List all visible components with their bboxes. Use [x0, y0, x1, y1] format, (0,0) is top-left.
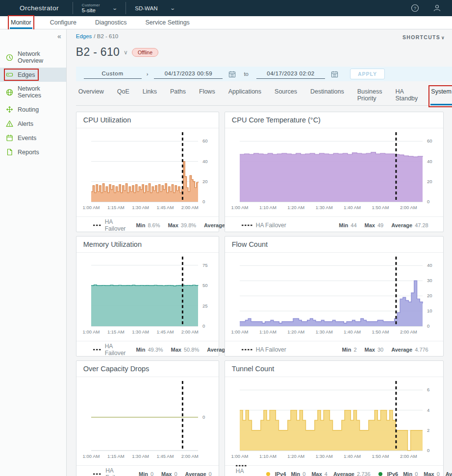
y-tick-label: 75: [202, 262, 208, 268]
apply-button[interactable]: APPLY: [350, 69, 385, 79]
y-tick-label: 60: [202, 138, 208, 143]
breadcrumb: Edges / B2 - 610: [76, 33, 452, 39]
y-tick-label: 0: [202, 323, 205, 329]
x-tick-label: 1:50 AM: [372, 205, 389, 210]
date-from-input[interactable]: 04/17/2023 00:59: [154, 69, 223, 79]
series-area: [240, 281, 423, 326]
tab-business-priority[interactable]: Business Priority: [357, 87, 383, 105]
x-tick-label: 2:00 AM: [400, 205, 417, 210]
events-icon: [6, 134, 13, 142]
tab-links[interactable]: Links: [142, 87, 157, 105]
tab-overview[interactable]: Overview: [78, 87, 104, 105]
y-tick-label: 60: [427, 138, 432, 143]
chevron-right-icon: ›: [147, 71, 149, 77]
chart-footer: HA FailoverMin0Max0Average0: [76, 465, 219, 476]
chart-card-cpu-core-temperature-c: CPU Core Temperature (°C)02040601:00 AM1…: [225, 112, 444, 232]
edge-picker-chevron-icon[interactable]: ∨: [124, 49, 128, 56]
x-tick-label: 1:30 AM: [315, 453, 332, 459]
y-tick-label: 25: [202, 303, 208, 309]
nav-item-configure[interactable]: Configure: [49, 17, 77, 29]
sidebar-collapse-icon[interactable]: «: [57, 32, 61, 40]
series-legend-ipv6: IPv6Min0Max0Average0: [378, 471, 452, 476]
primary-nav: Monitor Configure Diagnostics Service Se…: [0, 16, 452, 29]
breadcrumb-link-edges[interactable]: Edges: [76, 33, 92, 39]
y-tick-label: 50: [202, 283, 208, 288]
x-tick-label: 1:10 AM: [259, 205, 276, 210]
chart-card-cpu-utilization: CPU Utilization02040601:00 AM1:15 AM1:30…: [76, 112, 219, 232]
tab-flows[interactable]: Flows: [199, 87, 216, 105]
nav-item-diagnostics[interactable]: Diagnostics: [94, 17, 128, 29]
x-tick-label: 1:30 AM: [315, 205, 332, 210]
ha-failover-legend: HA Failover: [242, 222, 286, 229]
stat-max: Max4: [311, 471, 327, 476]
tab-sources[interactable]: Sources: [274, 87, 298, 105]
y-tick-label: 6: [427, 387, 429, 392]
chart-card-tunnel-count: Tunnel Count02461:00 AM1:10 AM1:20 AM1:3…: [225, 360, 444, 476]
chart-plot-svg: 02040601:00 AM1:10 AM1:20 AM1:30 AM1:40 …: [225, 128, 443, 214]
chart-plot-svg: 0102030401:00 AM1:10 AM1:20 AM1:30 AM1:4…: [225, 253, 443, 339]
range-mode-select[interactable]: Custom: [84, 69, 142, 79]
status-badge-offline: Offline: [132, 48, 158, 57]
chart-plot-svg: 02040601:00 AM1:15 AM1:30 AM1:45 AM2:00 …: [76, 128, 219, 214]
y-tick-label: 2: [427, 428, 429, 433]
date-to-input[interactable]: 04/17/2023 02:02: [256, 69, 325, 79]
sidebar-item-label: Edges: [18, 71, 35, 78]
network-services-icon: [6, 89, 13, 96]
nav-item-service-settings[interactable]: Service Settings: [145, 17, 191, 29]
sidebar-item-network-services[interactable]: Network Services: [0, 82, 66, 102]
tab-system[interactable]: System: [430, 87, 452, 105]
tab-ha-standby[interactable]: HA Standby: [395, 87, 418, 105]
x-tick-label: 2:00 AM: [181, 205, 199, 210]
sidebar-item-inner: Events: [6, 134, 38, 142]
user-icon[interactable]: [426, 0, 452, 16]
x-tick-label: 1:00 AM: [231, 329, 248, 334]
chart-stats: Min44Max49Average47.28: [339, 222, 428, 228]
legend-label: HA Failover: [256, 346, 286, 353]
chart-card-flow-count: Flow Count0102030401:00 AM1:10 AM1:20 AM…: [225, 236, 444, 357]
shortcuts-menu[interactable]: SHORTCUTS∨: [402, 34, 445, 40]
x-tick-label: 1:15 AM: [107, 453, 125, 459]
legend-label: HA Failover: [105, 467, 131, 476]
x-tick-label: 1:20 AM: [287, 205, 304, 210]
tab-qoe[interactable]: QoE: [117, 87, 130, 105]
stat-max: Max30: [365, 347, 384, 353]
chevron-down-icon: ⌄: [112, 5, 118, 11]
ha-failover-legend: HA Failover: [93, 467, 131, 476]
x-tick-label: 1:30 AM: [315, 329, 332, 334]
x-tick-label: 1:40 AM: [344, 329, 361, 334]
tab-destinations[interactable]: Destinations: [310, 87, 345, 105]
series-legend-ipv4: IPv4Min0Max4Average2.736: [266, 471, 371, 476]
sidebar-item-inner: Network Services: [6, 85, 60, 99]
x-tick-label: 1:30 AM: [132, 329, 149, 334]
calendar-icon[interactable]: [331, 71, 338, 78]
sidebar-item-inner: Edges: [6, 71, 37, 79]
sidebar-item-network-overview[interactable]: Network Overview: [0, 47, 66, 68]
chart-plot: 02550751:00 AM1:15 AM1:30 AM1:45 AM2:00 …: [76, 253, 219, 341]
tab-applications[interactable]: Applications: [228, 87, 262, 105]
service-picker[interactable]: SD-WAN ⌄: [126, 0, 183, 16]
customer-picker-value: 5-site: [82, 7, 100, 13]
sidebar-item-label: Network Services: [18, 85, 58, 99]
customer-picker[interactable]: Customer 5-site ⌄: [73, 0, 126, 16]
tab-paths[interactable]: Paths: [170, 87, 186, 105]
chart-plot: 02461:00 AM1:10 AM1:20 AM1:30 AM1:40 AM1…: [225, 377, 443, 465]
chart-plot: 02040601:00 AM1:10 AM1:20 AM1:30 AM1:40 …: [225, 128, 443, 216]
x-tick-label: 1:00 AM: [231, 453, 248, 459]
nav-item-monitor[interactable]: Monitor: [10, 17, 32, 29]
y-tick-label: 0: [427, 199, 429, 204]
sidebar-item-events[interactable]: Events: [0, 131, 66, 145]
stat-min: Min0: [403, 471, 418, 476]
chart-footer: HA FailoverMin44Max49Average47.28: [225, 216, 443, 233]
help-icon[interactable]: ?: [404, 0, 426, 16]
sidebar-item-edges[interactable]: Edges: [0, 68, 66, 82]
sidebar-item-routing[interactable]: Routing: [0, 102, 66, 117]
x-tick-label: 1:20 AM: [287, 329, 304, 334]
stat-average: Average2.736: [333, 471, 371, 476]
sidebar-item-reports[interactable]: Reports: [0, 145, 66, 159]
product-title: Orchestrator: [0, 0, 73, 16]
ha-failover-legend: HA Failover: [242, 346, 286, 353]
x-tick-label: 1:00 AM: [82, 205, 100, 210]
sidebar-item-alerts[interactable]: Alerts: [0, 117, 66, 131]
calendar-icon[interactable]: [228, 71, 236, 78]
ipv4-dot-icon: [266, 472, 270, 476]
